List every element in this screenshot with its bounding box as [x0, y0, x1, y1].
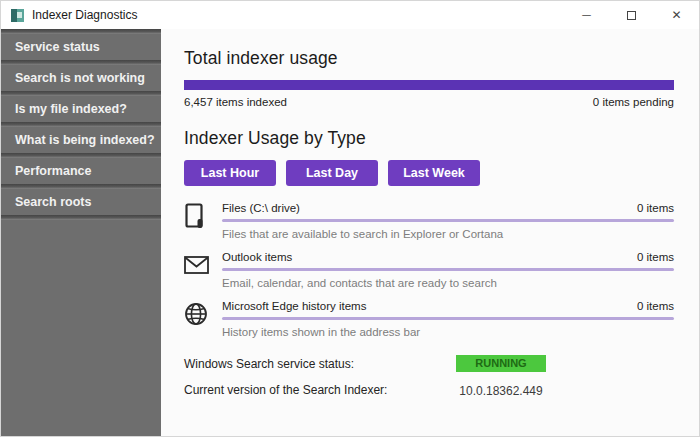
maximize-button[interactable]: [609, 1, 654, 29]
maximize-icon: [627, 11, 636, 20]
last-hour-button[interactable]: Last Hour: [184, 160, 276, 186]
row-progressbar: [222, 268, 674, 271]
row-count: 0 items: [637, 202, 674, 214]
window-controls: ─ ✕: [564, 1, 699, 29]
usage-row-files: Files (C:\ drive) 0 items Files that are…: [184, 202, 674, 240]
main-content: Total indexer usage 6,457 items indexed …: [161, 29, 699, 436]
window-title: Indexer Diagnostics: [32, 8, 137, 22]
row-description: Email, calendar, and contacts that are r…: [222, 277, 674, 289]
row-title: Microsoft Edge history items: [222, 300, 366, 312]
sidebar: Service status Search is not working Is …: [1, 29, 161, 436]
total-usage-progressbar: [184, 80, 674, 90]
sidebar-item-what-is-being-indexed[interactable]: What is being indexed?: [1, 127, 161, 153]
close-button[interactable]: ✕: [654, 1, 699, 29]
row-description: Files that are available to search in Ex…: [222, 228, 674, 240]
sidebar-item-service-status[interactable]: Service status: [1, 34, 161, 60]
items-indexed-label: 6,457 items indexed: [184, 96, 287, 108]
row-progressbar: [222, 219, 674, 222]
last-week-button[interactable]: Last Week: [388, 160, 480, 186]
globe-icon: [184, 300, 222, 338]
total-usage-progress-fill: [184, 80, 674, 90]
row-count: 0 items: [637, 300, 674, 312]
sidebar-divider: [1, 215, 161, 220]
sidebar-item-search-roots[interactable]: Search roots: [1, 189, 161, 215]
version-value: 10.0.18362.449: [456, 384, 546, 398]
app-icon: [11, 9, 24, 22]
service-status-badge: RUNNING: [456, 355, 546, 372]
last-day-button[interactable]: Last Day: [286, 160, 378, 186]
row-description: History items shown in the address bar: [222, 326, 674, 338]
sidebar-item-is-my-file-indexed[interactable]: Is my file indexed?: [1, 96, 161, 122]
row-progressbar: [222, 317, 674, 320]
document-icon: [184, 202, 222, 240]
items-pending-label: 0 items pending: [593, 96, 674, 108]
minimize-button[interactable]: ─: [564, 1, 609, 29]
usage-by-type-heading: Indexer Usage by Type: [184, 128, 674, 149]
version-label: Current version of the Search Indexer:: [184, 383, 456, 397]
row-count: 0 items: [637, 251, 674, 263]
usage-row-outlook: Outlook items 0 items Email, calendar, a…: [184, 251, 674, 289]
sidebar-item-search-not-working[interactable]: Search is not working: [1, 65, 161, 91]
usage-row-edge-history: Microsoft Edge history items 0 items His…: [184, 300, 674, 338]
total-usage-heading: Total indexer usage: [184, 48, 674, 69]
envelope-icon: [184, 251, 222, 289]
row-title: Files (C:\ drive): [222, 202, 300, 214]
service-status-label: Windows Search service status:: [184, 357, 456, 371]
title-bar: Indexer Diagnostics ─ ✕: [1, 1, 699, 29]
sidebar-item-performance[interactable]: Performance: [1, 158, 161, 184]
row-title: Outlook items: [222, 251, 292, 263]
